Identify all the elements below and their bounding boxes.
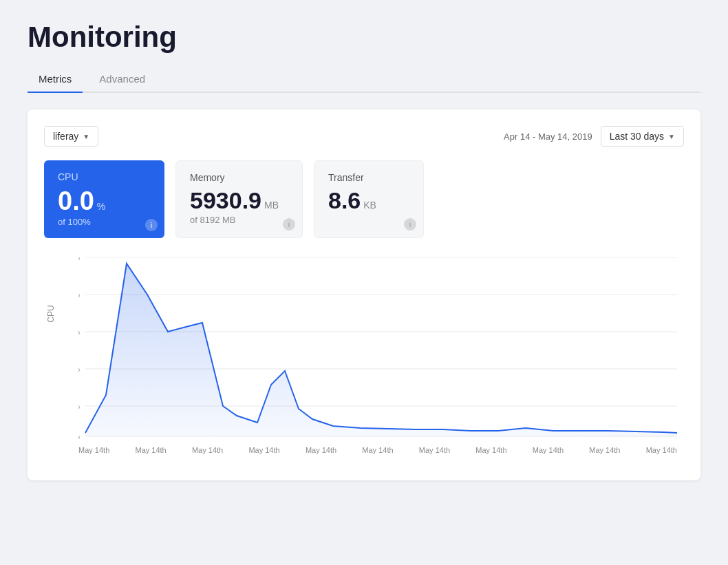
metric-cpu: CPU 0.0 % of 100% i bbox=[44, 160, 164, 238]
card-header: liferay ▼ Apr 14 - May 14, 2019 Last 30 … bbox=[44, 126, 684, 147]
svg-text:2.0%: 2.0% bbox=[78, 290, 80, 299]
x-label-11: May 14th bbox=[646, 446, 677, 454]
svg-text:0.0%: 0.0% bbox=[78, 432, 80, 440]
x-label-7: May 14th bbox=[419, 446, 450, 454]
period-dropdown[interactable]: Last 30 days ▼ bbox=[601, 126, 684, 147]
transfer-unit: KB bbox=[363, 200, 376, 211]
chart-container: CPU 2.5% 2.0% 1.5% 1.0% 0.5% 0.0% bbox=[44, 257, 684, 464]
svg-text:1.5%: 1.5% bbox=[78, 328, 80, 336]
cpu-label: CPU bbox=[58, 171, 151, 182]
server-label: liferay bbox=[53, 131, 78, 142]
x-label-6: May 14th bbox=[362, 446, 393, 454]
server-dropdown[interactable]: liferay ▼ bbox=[44, 126, 98, 147]
cpu-value: 0.0 bbox=[58, 188, 94, 214]
x-label-3: May 14th bbox=[192, 446, 223, 454]
tab-bar: Metrics Advanced bbox=[28, 66, 700, 93]
memory-unit: MB bbox=[264, 200, 279, 211]
x-label-4: May 14th bbox=[248, 446, 279, 454]
date-range-text: Apr 14 - May 14, 2019 bbox=[504, 131, 592, 142]
tab-advanced[interactable]: Advanced bbox=[88, 66, 156, 92]
cpu-sub: of 100% bbox=[58, 217, 151, 227]
y-axis-label: CPU bbox=[46, 297, 56, 331]
memory-sub: of 8192 MB bbox=[190, 215, 288, 225]
x-label-8: May 14th bbox=[475, 446, 506, 454]
cpu-unit: % bbox=[97, 201, 105, 212]
cpu-info-icon[interactable]: i bbox=[145, 219, 158, 231]
transfer-value: 8.6 bbox=[328, 189, 361, 212]
x-label-9: May 14th bbox=[533, 446, 564, 454]
svg-text:2.5%: 2.5% bbox=[78, 257, 80, 262]
metric-transfer: Transfer 8.6 KB i bbox=[314, 160, 424, 238]
memory-value-row: 5930.9 MB bbox=[190, 189, 288, 212]
transfer-info-icon[interactable]: i bbox=[404, 218, 416, 231]
svg-text:1.0%: 1.0% bbox=[78, 365, 80, 373]
transfer-label: Transfer bbox=[328, 172, 409, 183]
cpu-value-row: 0.0 % bbox=[58, 188, 151, 214]
tab-metrics[interactable]: Metrics bbox=[28, 66, 83, 92]
x-label-10: May 14th bbox=[589, 446, 620, 454]
metrics-row: CPU 0.0 % of 100% i Memory 5930.9 MB of … bbox=[44, 160, 684, 238]
x-label-1: May 14th bbox=[78, 446, 109, 454]
date-range-area: Apr 14 - May 14, 2019 Last 30 days ▼ bbox=[504, 126, 684, 147]
transfer-value-row: 8.6 KB bbox=[328, 189, 409, 212]
memory-info-icon[interactable]: i bbox=[283, 218, 295, 231]
memory-label: Memory bbox=[190, 172, 288, 183]
svg-text:0.5%: 0.5% bbox=[78, 402, 80, 410]
x-label-5: May 14th bbox=[306, 446, 336, 454]
cpu-chart: 2.5% 2.0% 1.5% 1.0% 0.5% 0.0% bbox=[78, 257, 684, 443]
period-dropdown-arrow: ▼ bbox=[668, 133, 675, 140]
monitoring-card: liferay ▼ Apr 14 - May 14, 2019 Last 30 … bbox=[28, 109, 700, 480]
x-axis: May 14th May 14th May 14th May 14th May … bbox=[78, 446, 677, 454]
period-label: Last 30 days bbox=[610, 131, 664, 142]
memory-value: 5930.9 bbox=[190, 189, 261, 212]
page-title: Monitoring bbox=[28, 21, 700, 54]
metric-memory: Memory 5930.9 MB of 8192 MB i bbox=[175, 160, 303, 238]
server-dropdown-arrow: ▼ bbox=[83, 133, 89, 140]
x-label-2: May 14th bbox=[135, 446, 166, 454]
